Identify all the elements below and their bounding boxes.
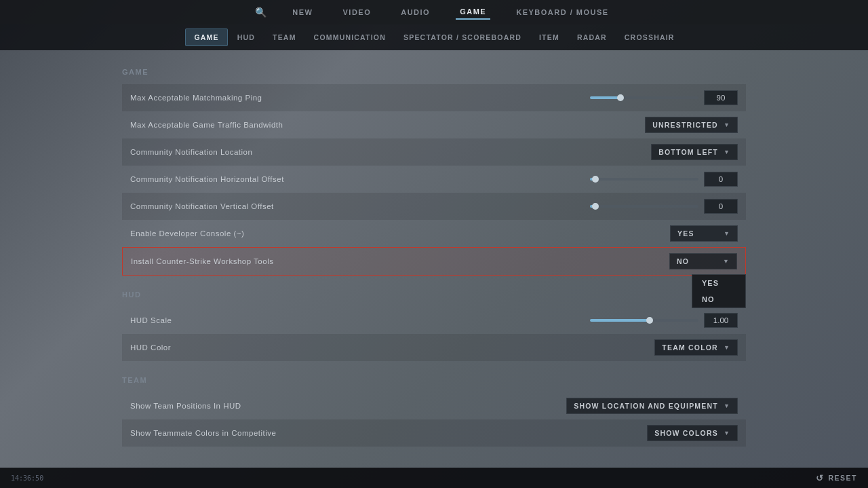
dev-console-value: YES (677, 229, 694, 238)
dropdown-option-no[interactable]: No (692, 291, 745, 307)
game-section-header: Game (122, 61, 746, 81)
notification-location-value: BOTTOM LEFT (658, 148, 718, 156)
nav-new[interactable]: NEW (288, 5, 317, 19)
top-nav: 🔍 NEW VIDEO AUDIO GAME KEYBOARD / MOUSE (0, 0, 868, 24)
notification-h-offset-label: Community Notification Horizontal Offset (130, 175, 590, 183)
spacer (122, 276, 746, 284)
spacer2 (122, 361, 746, 369)
notification-h-offset-value[interactable]: 0 (704, 172, 738, 187)
notification-h-offset-slider-container (590, 178, 698, 181)
hud-scale-slider-fill (590, 319, 650, 322)
max-ping-value[interactable]: 90 (704, 90, 738, 105)
workshop-tools-dropdown[interactable]: NO ▼ (669, 253, 737, 269)
bottom-bar: 14:36:50 ↺ RESET (0, 468, 868, 488)
subnav-hud[interactable]: HUD (229, 29, 263, 45)
reset-label: RESET (828, 474, 857, 482)
chevron-down-icon: ▼ (724, 430, 730, 436)
workshop-tools-wrapper: Install Counter-Strike Workshop Tools NO… (122, 247, 746, 276)
hud-color-value: TEAM COLOR (662, 343, 718, 352)
nav-video[interactable]: VIDEO (339, 5, 376, 19)
setting-notification-location: Community Notification Location BOTTOM L… (122, 138, 746, 166)
sub-nav: GAME HUD TEAM COMMUNICATION SPECTATOR / … (0, 24, 868, 50)
show-teammate-colors-label: Show Teammate Colors in Competitive (130, 429, 647, 437)
reset-button[interactable]: ↺ RESET (816, 473, 857, 483)
setting-hud-scale: HUD Scale 1.00 (122, 307, 746, 334)
subnav-game[interactable]: GAME (185, 29, 227, 46)
team-section-header: Team (122, 369, 746, 390)
subnav-crosshair[interactable]: CROSSHAIR (616, 29, 683, 45)
show-team-positions-dropdown[interactable]: SHOW LOCATION AND EQUIPMENT ▼ (566, 398, 738, 414)
hud-scale-value[interactable]: 1.00 (704, 313, 738, 328)
hud-section-header: Hud (122, 284, 746, 304)
dev-console-label: Enable Developer Console (~) (130, 229, 670, 238)
notification-v-offset-slider-track[interactable] (590, 205, 698, 208)
notification-location-label: Community Notification Location (130, 148, 651, 156)
nav-game[interactable]: GAME (456, 5, 490, 20)
subnav-item[interactable]: ITEM (531, 29, 568, 45)
setting-max-bandwidth: Max Acceptable Game Traffic Bandwidth UN… (122, 111, 746, 138)
max-ping-slider-thumb[interactable] (617, 94, 624, 101)
max-bandwidth-value: UNRESTRICTED (652, 121, 718, 129)
workshop-tools-label: Install Counter-Strike Workshop Tools (131, 257, 669, 265)
hud-color-dropdown[interactable]: TEAM COLOR ▼ (654, 339, 738, 356)
notification-v-offset-slider-thumb[interactable] (592, 203, 599, 210)
subnav-team[interactable]: TEAM (264, 29, 304, 45)
setting-max-ping: Max Acceptable Matchmaking Ping 90 (122, 84, 746, 111)
setting-show-team-positions: Show Team Positions In HUD SHOW LOCATION… (122, 392, 746, 419)
max-ping-label: Max Acceptable Matchmaking Ping (130, 94, 590, 102)
max-ping-slider-track[interactable] (590, 96, 698, 99)
workshop-tools-value: NO (677, 257, 689, 265)
notification-location-dropdown[interactable]: BOTTOM LEFT ▼ (651, 144, 738, 160)
timestamp: 14:36:50 (11, 474, 43, 482)
setting-workshop-tools: Install Counter-Strike Workshop Tools NO… (122, 247, 746, 276)
setting-hud-color: HUD Color TEAM COLOR ▼ (122, 334, 746, 361)
notification-v-offset-slider-container (590, 205, 698, 208)
hud-scale-slider-container (590, 319, 698, 322)
subnav-spectator-scoreboard[interactable]: SPECTATOR / SCOREBOARD (395, 29, 530, 45)
nav-audio[interactable]: AUDIO (397, 5, 434, 19)
subnav-communication[interactable]: COMMUNICATION (306, 29, 394, 45)
setting-show-teammate-colors: Show Teammate Colors in Competitive SHOW… (122, 419, 746, 447)
reset-icon: ↺ (816, 473, 825, 483)
notification-v-offset-value[interactable]: 0 (704, 199, 738, 214)
chevron-down-icon: ▼ (724, 149, 730, 155)
show-teammate-colors-value: SHOW COLORS (654, 429, 718, 437)
nav-keyboard-mouse[interactable]: KEYBOARD / MOUSE (512, 5, 612, 19)
notification-h-offset-slider-thumb[interactable] (592, 176, 599, 183)
setting-notification-v-offset: Community Notification Vertical Offset 0 (122, 193, 746, 220)
hud-scale-label: HUD Scale (130, 316, 590, 324)
dropdown-option-yes[interactable]: Yes (692, 275, 745, 291)
chevron-down-icon: ▼ (724, 402, 730, 409)
chevron-down-icon: ▼ (724, 121, 730, 128)
max-bandwidth-label: Max Acceptable Game Traffic Bandwidth (130, 121, 645, 129)
content-area: Game Max Acceptable Matchmaking Ping 90 … (0, 50, 868, 468)
notification-h-offset-slider-track[interactable] (590, 178, 698, 181)
setting-dev-console: Enable Developer Console (~) YES ▼ (122, 220, 746, 247)
dev-console-dropdown[interactable]: YES ▼ (670, 225, 738, 242)
subnav-radar[interactable]: RADAR (569, 29, 615, 45)
search-icon[interactable]: 🔍 (255, 7, 267, 18)
chevron-down-icon: ▼ (724, 230, 730, 237)
max-ping-slider-fill (590, 96, 620, 99)
hud-scale-slider-track[interactable] (590, 319, 698, 322)
setting-notification-h-offset: Community Notification Horizontal Offset… (122, 166, 746, 193)
show-team-positions-value: SHOW LOCATION AND EQUIPMENT (574, 402, 718, 410)
max-ping-slider-container (590, 96, 698, 99)
notification-v-offset-label: Community Notification Vertical Offset (130, 202, 590, 210)
workshop-tools-dropdown-menu: Yes No (692, 274, 746, 308)
chevron-down-icon: ▼ (723, 258, 730, 265)
show-team-positions-label: Show Team Positions In HUD (130, 402, 566, 410)
hud-color-label: HUD Color (130, 343, 654, 352)
show-teammate-colors-dropdown[interactable]: SHOW COLORS ▼ (647, 425, 738, 441)
hud-scale-slider-thumb[interactable] (646, 317, 653, 324)
max-bandwidth-dropdown[interactable]: UNRESTRICTED ▼ (645, 117, 738, 133)
chevron-down-icon: ▼ (724, 344, 730, 351)
main-container: 🔍 NEW VIDEO AUDIO GAME KEYBOARD / MOUSE … (0, 0, 868, 488)
